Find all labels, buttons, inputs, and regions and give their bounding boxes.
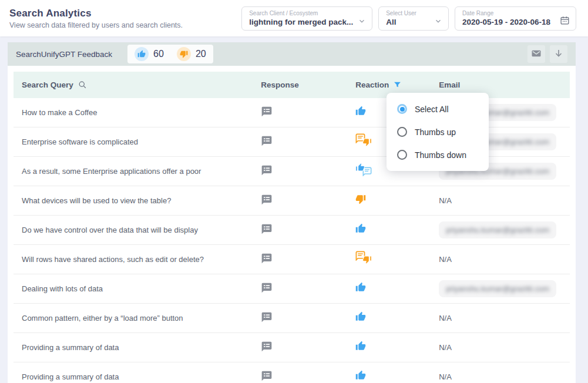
search-client-dropdown[interactable]: Search Client / Ecosystem lightning for …	[241, 6, 372, 31]
email-cell: priyanshu.kumar@grazitti.com	[431, 274, 570, 304]
col-header-search-query: Search Query	[14, 72, 253, 98]
table-row: Providing a summary of dataN/A	[14, 362, 570, 383]
view-response-button[interactable]	[261, 253, 273, 266]
select-user-value: All	[386, 18, 416, 26]
col-header-response: Response	[253, 72, 347, 98]
radio-checked-icon[interactable]	[397, 104, 407, 114]
reaction-cell	[347, 186, 431, 216]
table-row: Dealing with lots of datapriyanshu.kumar…	[14, 274, 570, 304]
thumbs-up-icon	[355, 221, 374, 237]
view-response-button[interactable]	[261, 194, 273, 207]
date-range-picker[interactable]: Date Range 2020-05-19 - 2020-06-18	[455, 6, 576, 31]
view-response-button[interactable]	[261, 311, 273, 325]
response-cell	[253, 157, 347, 186]
response-comment-icon	[261, 370, 273, 383]
response-cell	[253, 216, 347, 245]
search-icon[interactable]	[78, 80, 87, 89]
date-range-value: 2020-05-19 - 2020-06-18	[462, 18, 550, 26]
search-query-header-label: Search Query	[22, 80, 73, 89]
thumbs-up-count-chip: 60	[135, 47, 164, 61]
page-subtitle: View search data filtered by users and s…	[9, 21, 183, 29]
option-label: Thumbs down	[415, 150, 466, 160]
reaction-cell	[347, 333, 431, 362]
calendar-icon	[560, 15, 570, 26]
email-value: N/A	[439, 343, 452, 352]
radio-unchecked-icon[interactable]	[397, 127, 407, 137]
reaction-filter-popup: Select AllThumbs upThumbs down	[387, 93, 489, 171]
view-response-button[interactable]	[261, 164, 273, 178]
response-comment-icon	[261, 164, 273, 178]
query-cell: Will rows have shared actions, such as e…	[14, 245, 253, 274]
query-cell: Providing a summary of data	[14, 333, 253, 362]
reaction-cell	[347, 274, 431, 304]
feedback-counts: 60 20	[127, 45, 213, 63]
response-cell	[253, 362, 347, 383]
table-row: Will rows have shared actions, such as e…	[14, 245, 570, 274]
thumbs-up-count: 60	[153, 49, 164, 59]
top-header: Search Analytics View search data filter…	[0, 0, 588, 36]
thumbs-up-comment-icon	[355, 163, 374, 178]
thumbs-down-count-chip: 20	[177, 47, 206, 61]
thumbs-up-icon	[355, 104, 374, 119]
view-response-button[interactable]	[261, 341, 273, 354]
option-label: Select All	[415, 105, 449, 114]
thumbs-down-comment-icon	[355, 251, 374, 266]
reaction-cell	[347, 245, 431, 274]
option-label: Thumbs up	[415, 127, 456, 137]
download-button[interactable]	[550, 45, 567, 63]
blurred-email: priyanshu.kumar@grazitti.com	[439, 221, 556, 238]
view-response-button[interactable]	[261, 282, 273, 295]
blurred-email: priyanshu.kumar@grazitti.com	[439, 280, 556, 297]
email-value: N/A	[439, 372, 452, 381]
query-cell: What devices will be used to view the ta…	[14, 186, 253, 216]
email-value: N/A	[439, 314, 452, 322]
table-row: Common pattern, either by a “load more” …	[14, 304, 570, 333]
filters: Search Client / Ecosystem lightning for …	[241, 6, 576, 31]
email-export-button[interactable]	[527, 45, 545, 63]
response-comment-icon	[261, 194, 273, 207]
reaction-filter-option-select-all[interactable]: Select All	[387, 98, 489, 120]
reaction-filter-option-thumbs-down[interactable]: Thumbs down	[387, 143, 489, 166]
email-cell: N/A	[431, 362, 570, 383]
thumbs-down-icon	[355, 192, 374, 207]
email-cell: N/A	[431, 245, 570, 274]
thumbs-up-icon	[135, 47, 149, 61]
thumbs-up-icon	[355, 310, 374, 325]
response-cell	[253, 304, 347, 333]
response-comment-icon	[261, 341, 273, 354]
response-header-label: Response	[261, 80, 299, 89]
email-cell: priyanshu.kumar@grazitti.com	[431, 216, 570, 245]
view-response-button[interactable]	[261, 223, 273, 237]
query-cell: As a result, some Enterprise application…	[14, 157, 253, 186]
radio-unchecked-icon[interactable]	[397, 150, 407, 160]
select-user-dropdown[interactable]: Select User All	[378, 6, 449, 31]
email-cell: N/A	[431, 333, 570, 362]
view-response-button[interactable]	[261, 106, 273, 119]
query-cell: Providing a summary of data	[14, 362, 253, 383]
query-cell: Do we have control over the data that wi…	[14, 216, 253, 245]
response-comment-icon	[261, 253, 273, 266]
response-cell	[253, 186, 347, 216]
feedback-table-wrap: Search Query Response Reaction	[8, 66, 576, 383]
envelope-icon	[531, 48, 542, 61]
view-response-button[interactable]	[261, 370, 273, 383]
response-comment-icon	[261, 311, 273, 325]
query-cell: Dealing with lots of data	[14, 274, 253, 304]
query-cell: How to make a Coffee	[14, 98, 253, 127]
reaction-filter-option-thumbs-up[interactable]: Thumbs up	[387, 120, 489, 143]
response-cell	[253, 274, 347, 304]
thumbs-up-icon	[355, 280, 374, 295]
filter-funnel-icon[interactable]	[394, 81, 401, 89]
thumbs-down-count: 20	[196, 49, 206, 59]
response-cell	[253, 333, 347, 362]
title-block: Search Analytics View search data filter…	[9, 8, 183, 29]
feedback-bar: SearchUnifyGPT Feedback 60 20	[8, 42, 576, 66]
page-title: Search Analytics	[9, 8, 183, 19]
feedback-bar-actions	[527, 45, 567, 63]
reaction-cell	[347, 304, 431, 333]
search-client-value: lightning for merged pack...	[249, 18, 353, 26]
search-client-label: Search Client / Ecosystem	[249, 10, 353, 16]
download-icon	[553, 48, 564, 61]
reaction-cell	[347, 362, 431, 383]
view-response-button[interactable]	[261, 135, 273, 149]
